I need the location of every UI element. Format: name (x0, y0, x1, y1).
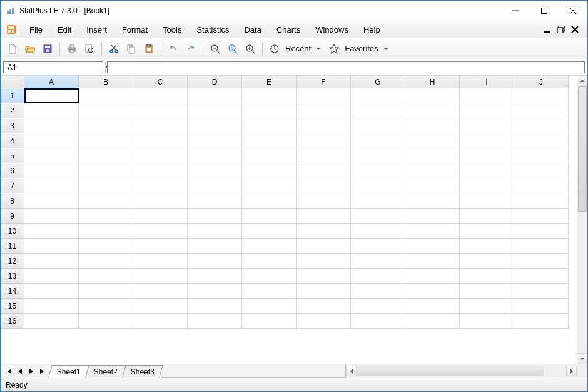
cell-A8[interactable] (24, 193, 79, 209)
cell-G5[interactable] (351, 148, 405, 163)
cell-A5[interactable] (24, 148, 79, 163)
cell-B7[interactable] (79, 178, 133, 193)
cell-A2[interactable] (24, 103, 79, 118)
cell-G1[interactable] (351, 88, 405, 103)
col-header-J[interactable]: J (514, 76, 569, 88)
cell-E3[interactable] (242, 118, 297, 133)
cell-F16[interactable] (297, 314, 351, 329)
row-header-16[interactable]: 16 (1, 314, 24, 329)
cell-A10[interactable] (24, 224, 79, 239)
cell-I13[interactable] (460, 269, 514, 284)
scroll-down-icon[interactable] (577, 353, 587, 364)
cut-button[interactable] (106, 41, 122, 57)
cell-A4[interactable] (24, 133, 79, 148)
cell-F3[interactable] (297, 118, 351, 133)
zoom-in-button[interactable] (242, 41, 258, 57)
cell-I1[interactable] (460, 88, 514, 103)
row-header-9[interactable]: 9 (1, 209, 24, 224)
cell-C5[interactable] (133, 148, 188, 163)
scroll-up-icon[interactable] (577, 76, 587, 86)
cell-F13[interactable] (297, 269, 351, 284)
cell-E11[interactable] (242, 239, 297, 254)
open-file-button[interactable] (22, 41, 38, 57)
cell-I3[interactable] (460, 118, 514, 133)
cell-C16[interactable] (133, 314, 188, 329)
cell-G13[interactable] (351, 269, 405, 284)
cell-J12[interactable] (514, 254, 569, 269)
cell-F11[interactable] (297, 239, 351, 254)
cell-C6[interactable] (133, 163, 188, 178)
cell-I7[interactable] (460, 178, 514, 193)
cell-F14[interactable] (297, 284, 351, 299)
cell-C2[interactable] (133, 103, 188, 118)
cell-A16[interactable] (24, 314, 79, 329)
cell-J2[interactable] (514, 103, 569, 118)
cell-J4[interactable] (514, 133, 569, 148)
cell-E9[interactable] (242, 209, 297, 224)
menu-file[interactable]: File (22, 23, 50, 37)
cell-C8[interactable] (133, 193, 188, 209)
cell-G9[interactable] (351, 209, 405, 224)
col-header-G[interactable]: G (351, 76, 405, 88)
cell-A1[interactable] (24, 88, 79, 103)
mdi-close-button[interactable] (570, 24, 580, 34)
name-box[interactable] (3, 61, 103, 73)
col-header-A[interactable]: A (24, 76, 79, 88)
menu-edit[interactable]: Edit (50, 23, 79, 37)
cell-I10[interactable] (460, 224, 514, 239)
cell-E6[interactable] (242, 163, 297, 178)
cell-C4[interactable] (133, 133, 188, 148)
cell-B10[interactable] (79, 224, 133, 239)
cell-E8[interactable] (242, 193, 297, 209)
col-header-E[interactable]: E (242, 76, 297, 88)
cell-G16[interactable] (351, 314, 405, 329)
favorites-dropdown-icon[interactable] (383, 46, 388, 51)
cell-D2[interactable] (188, 103, 242, 118)
cell-D1[interactable] (188, 88, 242, 103)
menu-format[interactable]: Format (114, 23, 155, 37)
cell-G15[interactable] (351, 299, 405, 314)
zoom-reset-button[interactable]: 1 (225, 41, 241, 57)
row-header-10[interactable]: 10 (1, 224, 24, 239)
cell-G11[interactable] (351, 239, 405, 254)
cell-A14[interactable] (24, 284, 79, 299)
cell-H15[interactable] (405, 299, 460, 314)
horizontal-scrollbar[interactable] (345, 364, 577, 378)
cell-B6[interactable] (79, 163, 133, 178)
cell-D9[interactable] (188, 209, 242, 224)
hscroll-thumb[interactable] (357, 366, 544, 376)
cell-E4[interactable] (242, 133, 297, 148)
menu-tools[interactable]: Tools (155, 23, 189, 37)
menu-help[interactable]: Help (356, 23, 388, 37)
select-all-corner[interactable] (1, 76, 24, 88)
tab-next-icon[interactable] (26, 366, 37, 377)
cell-J3[interactable] (514, 118, 569, 133)
cell-F7[interactable] (297, 178, 351, 193)
row-header-4[interactable]: 4 (1, 133, 24, 148)
recent-icon[interactable] (266, 41, 283, 57)
cell-J14[interactable] (514, 284, 569, 299)
favorites-icon[interactable] (326, 41, 342, 57)
redo-button[interactable] (183, 41, 199, 57)
cell-D13[interactable] (188, 269, 242, 284)
row-header-12[interactable]: 12 (1, 254, 24, 269)
menu-charts[interactable]: Charts (269, 23, 308, 37)
cell-I16[interactable] (460, 314, 514, 329)
cell-G6[interactable] (351, 163, 405, 178)
cell-J13[interactable] (514, 269, 569, 284)
mdi-restore-button[interactable] (556, 24, 566, 34)
row-header-7[interactable]: 7 (1, 178, 24, 193)
cell-A9[interactable] (24, 209, 79, 224)
cell-C7[interactable] (133, 178, 188, 193)
cell-B5[interactable] (79, 148, 133, 163)
cell-A15[interactable] (24, 299, 79, 314)
cell-I15[interactable] (460, 299, 514, 314)
cell-I5[interactable] (460, 148, 514, 163)
cell-G12[interactable] (351, 254, 405, 269)
sheet-tab-sheet3[interactable]: Sheet3 (122, 365, 163, 378)
cell-H7[interactable] (405, 178, 460, 193)
cell-H13[interactable] (405, 269, 460, 284)
cell-D16[interactable] (188, 314, 242, 329)
cell-C13[interactable] (133, 269, 188, 284)
cell-B1[interactable] (79, 88, 133, 103)
